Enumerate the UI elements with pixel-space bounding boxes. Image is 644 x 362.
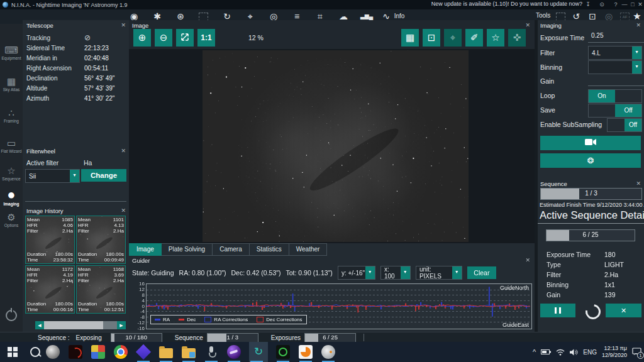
grid-view-button[interactable]: ▦	[401, 29, 419, 47]
battery-icon[interactable]	[541, 349, 551, 355]
subsampling-toggle[interactable]: Off	[607, 118, 642, 132]
active-filter-value: Ha	[84, 159, 92, 167]
taskbar-clock[interactable]: 12:13 πμ 12/9/2020	[602, 345, 627, 359]
sidebar-item-sky-atlas[interactable]: ▦Sky Atlas	[0, 77, 23, 92]
pin-button[interactable]: ✜	[508, 29, 526, 47]
language-indicator[interactable]: ENG	[583, 349, 597, 356]
sidebar-item-equipment[interactable]: ⌨Equipment	[0, 45, 23, 60]
sidebar-item-sequence[interactable]: ☆Sequence	[0, 166, 23, 181]
zoom-in-button[interactable]: ⊕	[133, 29, 151, 47]
auto-stretch-button[interactable]: ✐	[465, 29, 483, 47]
scroll-right-icon[interactable]: ▶	[117, 321, 126, 329]
minimize-button[interactable]: —	[620, 0, 629, 9]
scroll-left-icon[interactable]: ◀	[35, 321, 44, 329]
tab-plate-solving[interactable]: Plate Solving	[162, 243, 213, 256]
chrome-taskbar-button[interactable]	[113, 342, 128, 362]
start-button[interactable]	[8, 347, 18, 357]
sidebar-item-framing[interactable]: ∴Framing	[0, 108, 23, 123]
platesolve-image-button[interactable]: ⊡	[423, 29, 440, 47]
history-thumbnail[interactable]: Mean1101HFR4.13Filter2.HaDuration180.00s…	[76, 216, 126, 264]
folder-taskbar-button[interactable]	[158, 342, 174, 362]
cube-app-taskbar-button[interactable]	[136, 342, 151, 362]
status-sequence-label: Sequence :	[38, 334, 70, 341]
legend-swatch	[179, 319, 184, 321]
stat-label: Filter	[78, 228, 89, 234]
folder-blue-taskbar-button[interactable]	[181, 342, 196, 362]
download-update-icon[interactable]: ↧	[584, 0, 592, 9]
close-icon[interactable]: ✕	[636, 22, 641, 28]
close-icon[interactable]: ✕	[525, 257, 530, 263]
help-icon[interactable]: ?	[611, 0, 620, 9]
legend-label: Dec	[187, 317, 196, 322]
stat-value: 4.19	[63, 272, 73, 278]
speaker-icon[interactable]	[570, 349, 578, 356]
taskbar-search-icon[interactable]	[30, 347, 40, 357]
star-detect-button[interactable]: ☆	[487, 29, 504, 47]
one-to-one-button[interactable]: 1:1	[197, 29, 215, 47]
tab-camera[interactable]: Camera	[213, 243, 250, 256]
tab-image[interactable]: Image	[129, 243, 162, 256]
cube-app-app-icon	[136, 344, 151, 359]
gain-input[interactable]	[588, 75, 644, 86]
purple-app-taskbar-button[interactable]	[226, 342, 242, 362]
power-button[interactable]	[6, 310, 17, 321]
close-button[interactable]: ✕	[636, 0, 644, 9]
mic-app-taskbar-button[interactable]	[204, 342, 219, 362]
filter-dropdown[interactable]: 4.L ▾	[588, 46, 642, 60]
red-app-taskbar-button[interactable]	[68, 342, 83, 362]
close-icon[interactable]: ✕	[121, 148, 126, 154]
tray-chevron-up-icon[interactable]: ^	[533, 348, 536, 356]
y-scale-select[interactable]: y: +/-16" ▾	[338, 266, 375, 280]
crosshair-button[interactable]: ⌖	[444, 29, 462, 47]
tab-weather[interactable]: Weather	[289, 243, 328, 256]
notification-center-icon[interactable]: 1	[632, 348, 641, 357]
wifi-icon[interactable]	[556, 349, 565, 356]
sidebar-item-imaging[interactable]: ●Imaging	[0, 189, 23, 206]
eye-icon[interactable]: ⊙	[597, 0, 606, 9]
history-thumbnail[interactable]: Mean1168HFR3.69Filter2.HaDuration180.00s…	[76, 265, 126, 314]
starfield-image[interactable]	[203, 50, 469, 242]
scrollbar-thumb[interactable]	[44, 321, 103, 329]
close-icon[interactable]: ✕	[636, 180, 641, 187]
history-thumbnail[interactable]: Mean1085HFR4.06Filter2.HaDuration180.00s…	[25, 216, 75, 264]
close-icon[interactable]: ✕	[121, 22, 126, 28]
start-liveview-button[interactable]	[540, 136, 641, 150]
close-icon[interactable]: ✕	[121, 207, 126, 214]
stat-value: 4.06	[63, 222, 73, 228]
sequence-count-text: 1 / 3	[208, 334, 258, 341]
update-banner[interactable]: New update is available (1.10)! Do you w…	[431, 1, 582, 7]
app-title: N.I.N.A. - Nighttime Imaging 'N' Astrono…	[11, 2, 128, 8]
zoom-out-button[interactable]: ⊖	[155, 29, 172, 47]
orange-app-taskbar-button[interactable]	[298, 342, 313, 362]
close-icon[interactable]: ✕	[525, 22, 530, 28]
fit-image-button[interactable]	[176, 29, 194, 47]
nina-taskbar-button[interactable]: ↻	[249, 342, 268, 362]
unit-select[interactable]: unit: PIXELS ▾	[416, 266, 462, 280]
x-scale-select[interactable]: x: 100 ▾	[380, 266, 411, 280]
planet-taskbar-button[interactable]	[45, 342, 60, 362]
filter-select[interactable]: Sii ▾	[25, 169, 80, 183]
loop-toggle[interactable]: On	[588, 89, 642, 103]
bird-app-taskbar-button[interactable]	[321, 342, 336, 362]
telescope-row: Sidereal Time22:13:23	[26, 43, 125, 53]
history-thumbnail[interactable]: Mean1172HFR4.19Filter2.HaDuration180.00s…	[25, 265, 75, 314]
green-app-taskbar-button[interactable]	[275, 342, 291, 362]
colors-app-taskbar-button[interactable]	[91, 342, 106, 362]
scrollbar-track[interactable]	[103, 321, 117, 329]
sidebar-item-options[interactable]: ⚙Options	[0, 212, 23, 228]
history-scrollbar[interactable]: ◀ ▶	[35, 321, 126, 329]
chrome-app-icon	[114, 345, 128, 359]
tracking-off-icon: ⊘	[84, 33, 91, 42]
change-filter-button[interactable]: Change	[81, 169, 126, 182]
exposure-time-input[interactable]: 0.25	[588, 32, 644, 43]
tab-statistics[interactable]: Statistics	[250, 243, 289, 256]
save-toggle[interactable]: Off	[588, 104, 642, 118]
pause-sequence-button[interactable]	[540, 304, 575, 317]
binning-dropdown[interactable]: ▾	[588, 60, 642, 74]
sidebar-item-flat-wizard[interactable]: ▭Flat Wizard	[0, 138, 23, 153]
clock-date: 12/9/2020	[602, 352, 627, 359]
clear-button[interactable]: Clear	[467, 266, 496, 279]
capture-button[interactable]: ❂	[540, 153, 641, 168]
cancel-sequence-button[interactable]: ✕	[606, 304, 641, 317]
sequence-detail-value: 1x1	[604, 281, 615, 288]
